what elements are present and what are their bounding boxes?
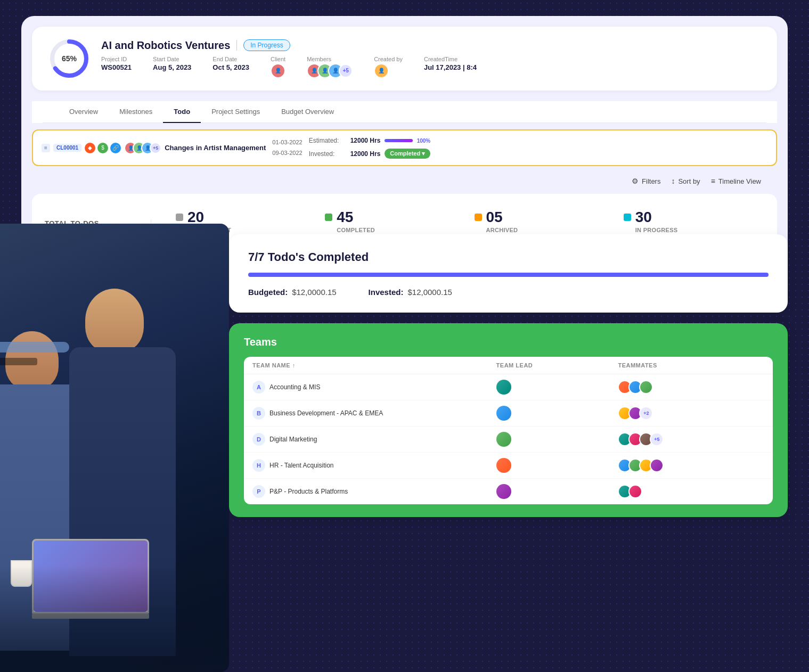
dot-in-progress xyxy=(624,214,631,221)
todo-progress: Estimated: 12000 Hrs 100% Invested: 1200… xyxy=(309,137,431,159)
todo-icons: ◆ $ 🔗 xyxy=(85,143,121,153)
filters-bar: ⚙ Filters ↕ Sort by ≡ Timeline View xyxy=(32,173,777,190)
team-letter-a: A xyxy=(252,381,265,394)
team-lead-accounting xyxy=(496,380,618,395)
header-team-lead: TEAM LEAD xyxy=(496,362,618,368)
todo-title: Changes in Artist Management xyxy=(165,144,266,152)
lead-avatar-accounting xyxy=(496,380,511,395)
filters-button[interactable]: ⚙ Filters xyxy=(632,177,660,185)
lead-avatar-pp xyxy=(496,484,511,499)
num-completed: 45 xyxy=(337,209,353,226)
team-lead-hr xyxy=(496,458,618,473)
teams-table: TEAM NAME ↑ TEAM LEAD TEAMMATES A Accoun… xyxy=(244,357,773,504)
teams-table-header: TEAM NAME ↑ TEAM LEAD TEAMMATES xyxy=(244,357,773,374)
team-lead-bizdev xyxy=(496,406,618,421)
teammates-hr xyxy=(618,458,764,472)
teams-card: Teams TEAM NAME ↑ TEAM LEAD TEAMMATES A … xyxy=(229,323,788,517)
meta-end-date: End Date Oct 5, 2023 xyxy=(213,56,249,78)
team-row-hr[interactable]: H HR - Talent Acquisition xyxy=(244,453,773,479)
progress-fill xyxy=(385,139,412,142)
mates-extra-digital: +5 xyxy=(650,432,664,446)
tab-project-settings[interactable]: Project Settings xyxy=(201,101,271,123)
stat-in-progress: 30 IN PROGRESS xyxy=(615,204,764,237)
project-meta: Project ID WS00521 Start Date Aug 5, 202… xyxy=(101,56,761,78)
timeline-button[interactable]: ≡ Timeline View xyxy=(711,177,761,185)
tab-overview[interactable]: Overview xyxy=(59,101,109,123)
todo-tag: CL00001 xyxy=(53,144,81,152)
meta-value-created-time: Jul 17,2023 | 8:4 xyxy=(424,63,477,71)
label-archived: ARCHIVED xyxy=(486,227,607,233)
team-row-pp[interactable]: P P&P - Products & Platforms xyxy=(244,479,773,504)
dot-completed xyxy=(325,214,332,221)
tab-budget-overview[interactable]: Budget Overview xyxy=(271,101,345,123)
team-letter-h: H xyxy=(252,459,265,472)
mates-extra-bizdev: +2 xyxy=(639,406,653,420)
tab-todo[interactable]: Todo xyxy=(163,101,201,123)
todo-expand-icon[interactable]: ≡ xyxy=(42,144,50,152)
lead-avatar-hr xyxy=(496,458,511,473)
lead-avatar-digital xyxy=(496,432,511,447)
estimated-label: Estimated: xyxy=(309,137,346,144)
filters-label: Filters xyxy=(642,177,660,185)
todo-item-left: ≡ CL00001 ◆ $ 🔗 👤 👤 👤 +5 Changes in Arti… xyxy=(42,142,266,154)
filters-icon: ⚙ xyxy=(632,177,639,185)
dot-yet-to-start xyxy=(176,214,183,221)
meta-value-end: Oct 5, 2023 xyxy=(213,63,249,71)
project-name: AI and Robotics Ventures xyxy=(101,39,230,52)
team-lead-pp xyxy=(496,484,618,499)
team-row-accounting[interactable]: A Accounting & MIS xyxy=(244,374,773,400)
progress-bar xyxy=(385,139,412,142)
created-by-avatar: 👤 xyxy=(374,63,403,78)
stat-completed: 45 COMPLETED xyxy=(316,204,465,237)
estimated-row: Estimated: 12000 Hrs 100% xyxy=(309,137,431,144)
completed-badge[interactable]: Completed ▾ xyxy=(385,149,430,159)
team-name-accounting: A Accounting & MIS xyxy=(252,381,496,394)
meta-label-end: End Date xyxy=(213,56,249,62)
completed-progress-bar xyxy=(248,273,769,277)
label-completed: COMPLETED xyxy=(337,227,457,233)
invested-value: 12000 Hrs xyxy=(350,150,381,158)
dollar-icon: $ xyxy=(97,143,108,153)
invested-item: Invested: $12,0000.15 xyxy=(369,288,452,297)
assignees-extra: +5 xyxy=(150,142,161,154)
progress-pct: 100% xyxy=(417,138,431,144)
priority-icon: ◆ xyxy=(85,143,95,153)
header-teammates: TEAMMATES xyxy=(618,362,764,368)
team-name-pp: P P&P - Products & Platforms xyxy=(252,485,496,498)
team-row-bizdev[interactable]: B Business Development - APAC & EMEA +2 xyxy=(244,400,773,427)
budgeted-value: $12,0000.15 xyxy=(292,288,336,297)
mate-pv2 xyxy=(628,485,642,498)
teammates-pp xyxy=(618,485,764,498)
team-letter-d: D xyxy=(252,433,265,446)
nav-tabs-container: Overview Milestones Todo Project Setting… xyxy=(32,101,777,123)
meta-label-created-by: Created by xyxy=(374,56,403,62)
teammates-accounting xyxy=(618,380,764,394)
meta-created-time: CreatedTime Jul 17,2023 | 8:4 xyxy=(424,56,477,78)
team-row-digital[interactable]: D Digital Marketing +5 xyxy=(244,427,773,453)
budget-row: Budgeted: $12,0000.15 Invested: $12,0000… xyxy=(248,288,769,297)
sort-icon: ↕ xyxy=(671,177,675,185)
sort-button[interactable]: ↕ Sort by xyxy=(671,177,700,185)
project-title-row: AI and Robotics Ventures In Progress xyxy=(101,39,761,52)
creator-avatar: 👤 xyxy=(374,63,389,78)
label-in-progress: IN PROGRESS xyxy=(635,227,756,233)
budgeted-item: Budgeted: $12,0000.15 xyxy=(248,288,337,297)
team-lead-digital xyxy=(496,432,618,447)
page-root: 65% AI and Robotics Ventures In Progress… xyxy=(0,0,809,672)
client-avatar-img: 👤 xyxy=(271,63,285,78)
todo-item[interactable]: ≡ CL00001 ◆ $ 🔗 👤 👤 👤 +5 Changes in Arti… xyxy=(32,129,777,166)
team-name-bizdev: B Business Development - APAC & EMEA xyxy=(252,407,496,420)
team-name-hr: H HR - Talent Acquisition xyxy=(252,459,496,472)
tab-milestones[interactable]: Milestones xyxy=(109,101,163,123)
invested-card-value: $12,0000.15 xyxy=(407,288,452,297)
timeline-icon: ≡ xyxy=(711,177,715,185)
num-in-progress: 30 xyxy=(635,209,652,226)
invested-label: Invested: xyxy=(309,150,346,158)
completed-title: 7/7 Todo's Completed xyxy=(248,250,769,264)
team-text-hr: HR - Talent Acquisition xyxy=(269,462,334,469)
photo-overlay xyxy=(0,566,229,672)
num-archived: 05 xyxy=(486,209,503,226)
team-name-digital: D Digital Marketing xyxy=(252,433,496,446)
members-avatars: 👤 👤 👤 +5 xyxy=(307,63,353,78)
photo-area xyxy=(0,224,229,672)
